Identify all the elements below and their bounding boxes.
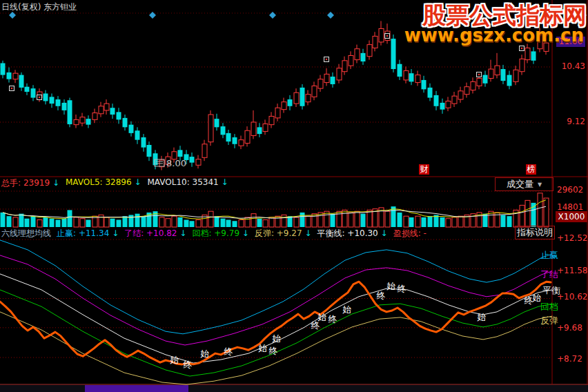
zhiying-label: 止赢: — [57, 228, 76, 238]
down-arrow-icon: ↓ — [242, 228, 249, 238]
down-arrow-icon: ↓ — [381, 228, 388, 238]
chevron-down-icon: ▼ — [538, 182, 542, 188]
chart-title: 日线(复权) 东方钽业 — [1, 1, 77, 13]
current-price-badge: 11.00 — [556, 37, 585, 47]
down-arrow-icon: ↓ — [304, 228, 311, 238]
volume-pane-label: 成交量 — [507, 178, 533, 190]
down-arrow-icon: ↓ — [179, 228, 186, 238]
down-arrow-icon: ↓ — [112, 228, 119, 238]
chart-canvas: 始终始终始终始终始终始终始终始终始 — [0, 0, 588, 392]
line-label-liaojie: 了结 — [540, 268, 558, 281]
line-label-huidang: 回档 — [540, 301, 558, 313]
mavol10-value: 35341 — [193, 177, 219, 187]
liaojie-label: 了结: — [124, 228, 144, 238]
svg-text:始: 始 — [317, 312, 327, 322]
svg-text:始: 始 — [272, 333, 282, 344]
indicator-name: 六线理想均线 — [1, 228, 51, 239]
pingheng-label: 平衡线: — [317, 228, 344, 238]
svg-text:始: 始 — [477, 312, 487, 322]
svg-text:终: 终 — [377, 291, 386, 301]
svg-text:始: 始 — [200, 349, 210, 359]
huidang-label: 回档: — [192, 228, 211, 238]
scrollbar-thumb[interactable] — [85, 385, 188, 392]
volume-header-row: 总手: 23919 ↓ MAVOL5: 32896 ↓ MAVOL10: 353… — [1, 177, 228, 189]
ind-tick-3: +9.68 — [557, 323, 582, 333]
svg-text:终: 终 — [398, 284, 406, 294]
mavol10-label: MAVOL10: — [147, 177, 189, 187]
line-label-pingheng: 平衡 — [542, 284, 560, 297]
volume-tick-top: 29602 — [557, 185, 583, 195]
svg-text:始: 始 — [386, 281, 396, 291]
add-favorite-label[interactable]: 加 — [424, 2, 433, 14]
zongshou-label: 总手: — [1, 178, 21, 188]
ind-tick-2: +10.62 — [557, 292, 587, 302]
down-arrow-icon: ↓ — [134, 177, 141, 187]
ind-tick-0: +12.52 — [557, 233, 587, 243]
price-tick-1043: 10.43 — [556, 61, 585, 71]
mavol5-value: 32896 — [105, 177, 131, 187]
finance-badge[interactable]: 财 — [419, 164, 429, 175]
svg-text:终: 终 — [269, 346, 278, 356]
liaojie-value: +10.82 — [146, 228, 177, 238]
mavol5-label: MAVOL5: — [66, 177, 103, 187]
svg-text:终: 终 — [224, 346, 233, 357]
svg-text:始: 始 — [342, 304, 352, 315]
volume-unit-badge: X1000 — [556, 211, 587, 222]
indicator-help-button[interactable]: 指标说明 — [515, 226, 555, 239]
ind-tick-4: +8.72 — [557, 354, 582, 364]
volume-pane-selector[interactable]: 成交量 ▼ — [495, 177, 553, 191]
svg-text:终: 终 — [329, 314, 337, 324]
svg-text:始: 始 — [258, 343, 268, 353]
zhiying-value: +11.34 — [79, 228, 109, 238]
low-price-tag: 8.00 — [166, 158, 186, 168]
down-arrow-icon: ↓ — [52, 178, 59, 188]
ind-tick-1: +11.58 — [557, 266, 587, 275]
yingsun-label: 盈损线: — [393, 228, 421, 238]
pingheng-value: +10.30 — [347, 228, 378, 238]
line-label-zhiying: 止赢 — [540, 249, 558, 262]
app-window: 始终始终始终始终始终始终始终始终始 日线(复权) 东方钽业 加 11.00 10… — [0, 0, 588, 392]
line-label-fantan: 反弹 — [540, 315, 558, 327]
rank-badge[interactable]: 榜 — [526, 164, 536, 175]
svg-text:终: 终 — [184, 360, 193, 370]
volume-tick-mid: 14801 — [557, 202, 583, 212]
fantan-value: +9.27 — [277, 228, 302, 238]
svg-text:始: 始 — [170, 355, 179, 365]
price-tick-912: 9.12 — [556, 117, 585, 126]
zongshou-value: 23919 — [23, 178, 50, 188]
fantan-label: 反弹: — [255, 228, 274, 238]
yingsun-value: - — [424, 228, 427, 238]
indicator-header-row: 六线理想均线 止赢: +11.34 ↓ 了结: +10.82 ↓ 回档: +9.… — [1, 228, 427, 239]
huidang-value: +9.79 — [214, 228, 239, 238]
down-arrow-icon: ↓ — [222, 177, 228, 187]
